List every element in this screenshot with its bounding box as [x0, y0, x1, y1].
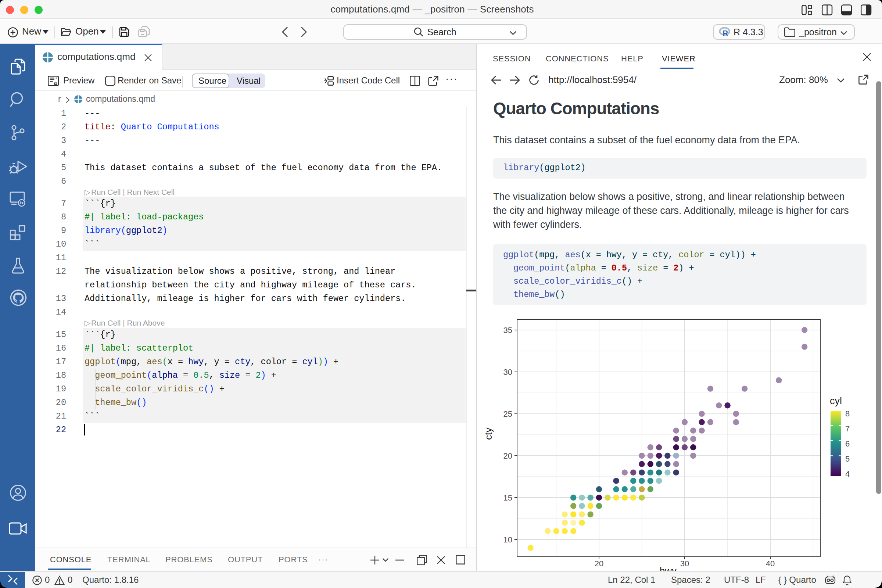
svg-text:4: 4	[845, 469, 850, 478]
svg-text:5: 5	[845, 454, 850, 464]
svg-text:30: 30	[680, 559, 689, 568]
svg-text:30: 30	[504, 368, 512, 376]
svg-text:40: 40	[766, 559, 775, 568]
svg-text:hwy: hwy	[660, 565, 676, 571]
svg-text:25: 25	[504, 410, 512, 418]
svg-text:8: 8	[845, 409, 850, 418]
svg-text:35: 35	[504, 326, 512, 335]
svg-text:R: R	[723, 29, 728, 37]
svg-text:cty: cty	[483, 428, 494, 440]
svg-text:6: 6	[845, 439, 850, 448]
svg-text:7: 7	[845, 424, 850, 433]
svg-text:10: 10	[504, 535, 512, 544]
svg-text:cyl: cyl	[830, 395, 842, 406]
svg-text:20: 20	[504, 451, 512, 460]
svg-text:20: 20	[595, 559, 603, 568]
svg-text:15: 15	[504, 493, 512, 502]
